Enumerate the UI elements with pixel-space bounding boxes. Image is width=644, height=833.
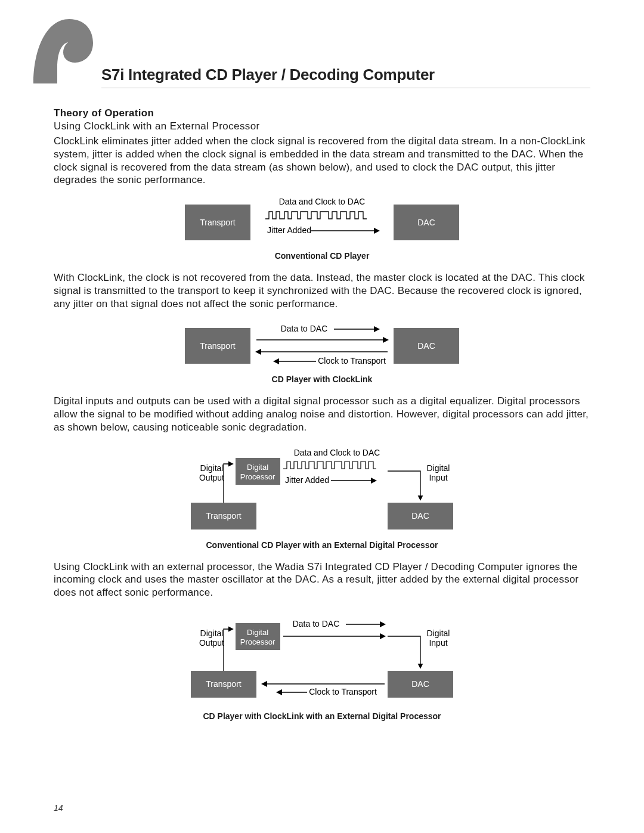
box-transport: Transport [206, 679, 242, 689]
diagram-clocklink: Transport DAC Data to DAC Clock to Trans… [54, 322, 590, 370]
box-dac: DAC [417, 341, 435, 351]
label-data-clock: Data and Clock to DAC [279, 199, 366, 206]
svg-text:Output: Output [199, 473, 224, 482]
box-dp-1: Digital [247, 463, 268, 472]
svg-text:Output: Output [199, 638, 224, 648]
label-data: Data to DAC [281, 324, 328, 333]
label-clock: Clock to Transport [318, 356, 386, 366]
box-dac: DAC [417, 218, 435, 227]
box-transport: Transport [206, 511, 242, 521]
diagram-caption: CD Player with ClockLink with an Externa… [54, 711, 590, 721]
svg-text:Digital: Digital [200, 628, 224, 638]
page-number: 14 [54, 803, 63, 813]
box-dac: DAC [411, 511, 429, 521]
title-underline [101, 88, 590, 88]
label-clock: Clock to Transport [309, 687, 377, 696]
brand-logo-icon [29, 19, 94, 85]
box-dp-2: Processor [240, 472, 275, 481]
svg-text:Digital: Digital [427, 463, 450, 473]
svg-text:Input: Input [429, 473, 447, 482]
diagram-conventional: Transport DAC Data and Clock to DAC Jitt… [54, 199, 590, 246]
box-transport: Transport [200, 341, 236, 351]
diagram-caption: Conventional CD Player with an External … [54, 540, 590, 550]
svg-text:Input: Input [429, 638, 447, 648]
diagram-clocklink-external: Digital Processor Transport DAC Digital … [54, 611, 590, 707]
box-transport: Transport [200, 218, 236, 227]
body-paragraph: ClockLink eliminates jitter added when t… [54, 135, 590, 187]
body-paragraph: Digital inputs and outputs can be used w… [54, 395, 590, 433]
diagram-caption: Conventional CD Player [54, 251, 590, 261]
box-dp-2: Processor [240, 637, 275, 646]
svg-text:Digital: Digital [200, 463, 224, 473]
label-jitter: Jitter Added [285, 475, 329, 485]
svg-text:Digital: Digital [427, 628, 450, 638]
label-data-clock: Data and Clock to DAC [294, 448, 380, 457]
diagram-caption: CD Player with ClockLink [54, 374, 590, 384]
section-subheading: Using ClockLink with an External Process… [54, 120, 590, 132]
label-data: Data to DAC [293, 619, 340, 628]
body-paragraph: Using ClockLink with an external process… [54, 561, 590, 599]
diagram-conventional-external: Digital Processor Transport DAC Digital … [54, 446, 590, 535]
label-jitter: Jitter Added [267, 225, 311, 235]
body-paragraph: With ClockLink, the clock is not recover… [54, 271, 590, 310]
box-dac: DAC [411, 679, 429, 689]
section-heading: Theory of Operation [54, 107, 590, 119]
document-title: S7i Integrated CD Player / Decoding Comp… [101, 66, 590, 84]
box-dp-1: Digital [247, 628, 268, 637]
